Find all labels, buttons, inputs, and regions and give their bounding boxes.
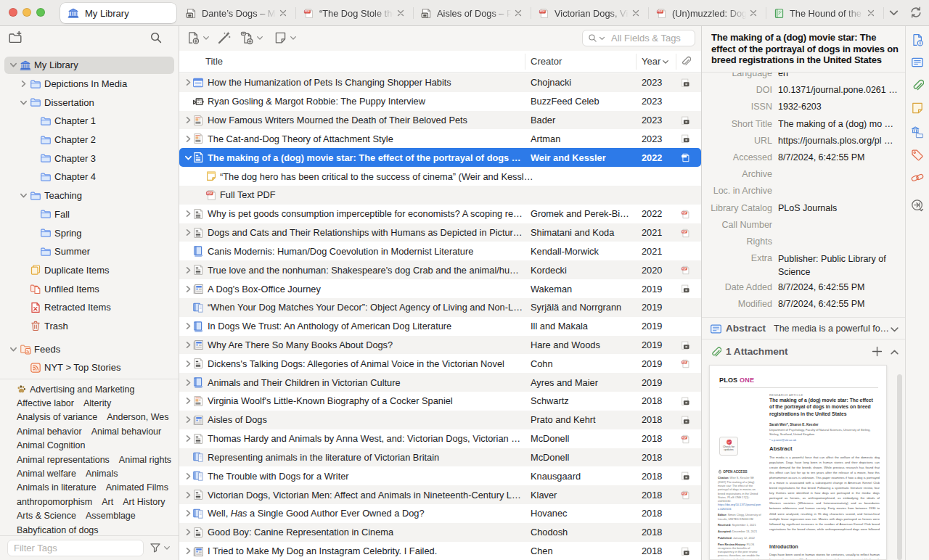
item-row[interactable]: The making of a (dog) movie star: The ef… xyxy=(179,148,701,167)
twisty-icon[interactable] xyxy=(184,491,192,499)
tag[interactable]: Animal behaviour xyxy=(91,427,162,437)
twisty-icon[interactable] xyxy=(9,345,17,353)
sidebar-item-chapter-4[interactable]: Chapter 4 xyxy=(0,168,179,186)
zoom-window-button[interactable] xyxy=(36,8,45,17)
twisty-icon[interactable] xyxy=(184,341,192,349)
abstract-section-header[interactable]: Abstract The media is a powerful force t… xyxy=(702,317,905,339)
twisty-icon[interactable] xyxy=(20,80,28,88)
twisty-icon[interactable] xyxy=(184,116,192,124)
column-divider[interactable] xyxy=(676,54,676,70)
search-box[interactable]: All Fields & Tags xyxy=(582,30,695,46)
add-by-identifier-button[interactable] xyxy=(217,31,231,45)
related-sidenav-icon[interactable] xyxy=(911,171,924,184)
attachment-preview[interactable]: PLOS ONE RESEARCH ARTICLE The making of … xyxy=(709,365,887,560)
tag[interactable]: Animal behavior xyxy=(17,427,82,437)
sidebar-item-chapter-3[interactable]: Chapter 3 xyxy=(0,149,179,168)
twisty-icon[interactable] xyxy=(184,435,192,442)
twisty-icon[interactable] xyxy=(184,547,192,555)
tag[interactable]: Animals xyxy=(86,469,118,479)
field-row-archive[interactable]: Archive xyxy=(702,166,905,183)
twisty-icon[interactable] xyxy=(184,228,192,236)
item-row[interactable]: “The dog hero has been critical to the s… xyxy=(179,167,701,186)
info-sidenav-icon[interactable] xyxy=(911,33,924,46)
sidebar-item-fall[interactable]: Fall xyxy=(0,205,179,224)
tag[interactable]: Affective labor xyxy=(17,398,74,408)
item-row[interactable]: The Cat-and-Dog Theory of Attachment Sty… xyxy=(179,129,701,148)
item-row[interactable]: Thomas Hardy and Animals by Anna West, a… xyxy=(179,429,701,448)
item-row[interactable]: How the Humanization of Pets Is Changing… xyxy=(179,73,701,92)
sidebar-item-my-library[interactable]: My Library xyxy=(0,56,179,75)
column-divider[interactable] xyxy=(636,54,637,70)
item-row[interactable]: The Trouble with Dogs for a Writer Knaus… xyxy=(179,466,701,485)
attachments-section-header[interactable]: 1 Attachment xyxy=(702,339,905,364)
tag-filter-chevron-icon[interactable] xyxy=(163,545,171,551)
sidebar-item-chapter-2[interactable]: Chapter 2 xyxy=(0,131,179,149)
field-row-library-catalog[interactable]: Library Catalog PLoS Journals xyxy=(702,200,905,217)
sidebar-item-depictions-in-media[interactable]: Depictions In Media xyxy=(0,75,179,94)
sidebar-item-trash[interactable]: Trash xyxy=(0,317,179,336)
item-row[interactable]: True love and the nonhuman: Shakespeare'… xyxy=(179,260,701,279)
tag[interactable]: Advertising and Marketing xyxy=(30,384,135,395)
tag[interactable]: Animal welfare xyxy=(17,469,76,479)
reader-tab[interactable]: Victorian Dogs, Victorian Men xyxy=(531,0,649,26)
tag[interactable]: Alterity xyxy=(83,398,111,408)
item-row[interactable]: How Famous Writers Mourned the Death of … xyxy=(179,111,701,130)
close-tab-icon[interactable] xyxy=(749,9,758,17)
field-row-issn[interactable]: ISSN 1932-6203 xyxy=(702,99,905,115)
field-row-short-title[interactable]: Short Title The making of a (dog) mo … xyxy=(702,116,905,133)
sidebar-item-spring[interactable]: Spring xyxy=(0,223,179,242)
scrollbar-thumb[interactable] xyxy=(897,374,902,560)
libraries-collections-sidenav-icon[interactable] xyxy=(911,125,924,139)
sidebar-item-nyt-top-stories[interactable]: NYT > Top Stories xyxy=(0,358,179,377)
tag[interactable]: Anderson, Wes xyxy=(107,412,168,422)
twisty-icon[interactable] xyxy=(20,99,28,107)
field-row-call-number[interactable]: Call Number xyxy=(702,217,905,234)
twisty-icon[interactable] xyxy=(184,135,192,143)
item-row[interactable]: Representing animals in the literature o… xyxy=(179,448,701,467)
tags-sidenav-icon[interactable] xyxy=(911,149,924,162)
twisty-icon[interactable] xyxy=(184,360,192,368)
tag[interactable]: Analysis of variance xyxy=(17,412,97,422)
field-row-modified[interactable]: Modified 8/7/2024, 6:42:55 PM xyxy=(702,296,905,313)
sidebar-item-retracted-items[interactable]: Retracted Items xyxy=(0,298,179,317)
sidebar-item-chapter-1[interactable]: Chapter 1 xyxy=(0,112,179,131)
tag[interactable]: Animal rights xyxy=(119,455,171,465)
twisty-icon[interactable] xyxy=(20,192,28,199)
locate-sidenav-icon[interactable] xyxy=(911,199,924,212)
field-row-extra[interactable]: Extra Publisher: Public Library of Scien… xyxy=(702,250,905,279)
tag[interactable]: Animal representations xyxy=(17,455,110,465)
twisty-icon[interactable] xyxy=(9,61,17,69)
item-row[interactable]: “When Your Dog Matches Your Decor”: Obje… xyxy=(179,298,701,317)
twisty-icon[interactable] xyxy=(184,379,192,387)
twisty-icon[interactable] xyxy=(184,416,192,424)
sidebar-item-duplicate-items[interactable]: Duplicate Items xyxy=(0,261,179,280)
tag[interactable]: Art History xyxy=(123,497,165,507)
reader-tab[interactable]: “The Dog Stole the Dish” xyxy=(296,0,414,26)
item-row[interactable]: Aisles of Dogs Prato and Kehrt 2018 xyxy=(179,411,701,429)
sidebar-item-dissertation[interactable]: Dissertation xyxy=(0,93,179,112)
item-row[interactable]: Virginia Woolf's Little-Known Biography … xyxy=(179,392,701,411)
item-row[interactable]: Dickens's Talking Dogs: Allegories of An… xyxy=(179,354,701,373)
item-row[interactable]: I Tried to Make My Dog an Instagram Cele… xyxy=(179,542,701,560)
twisty-icon[interactable] xyxy=(184,266,192,274)
notes-sidenav-icon[interactable] xyxy=(911,102,924,115)
close-tab-icon[interactable] xyxy=(867,9,875,17)
twisty-icon[interactable] xyxy=(184,285,192,293)
field-row-loc-in-archive[interactable]: Loc. in Archive xyxy=(702,183,905,199)
twisty-icon[interactable] xyxy=(184,528,192,536)
new-item-button[interactable] xyxy=(187,31,210,45)
collections-search-icon[interactable] xyxy=(150,31,163,44)
abstract-sidenav-icon[interactable] xyxy=(911,56,924,69)
sidebar-item-teaching[interactable]: Teaching xyxy=(0,186,179,205)
tag[interactable]: Arts & Science xyxy=(17,511,76,521)
tag[interactable]: Animals in literature xyxy=(17,482,97,493)
tag[interactable]: Animated Films xyxy=(106,482,168,493)
field-row-url[interactable]: URL https://journals.plos.org/pl … xyxy=(702,133,905,149)
reader-tab[interactable]: (Un)muzzled: Dogs in Film xyxy=(649,0,766,26)
item-row[interactable]: Ryan Gosling & Margot Robbie: The Puppy … xyxy=(179,92,701,111)
add-attachment-plus-icon[interactable] xyxy=(872,346,883,357)
column-divider[interactable] xyxy=(525,54,525,70)
twisty-icon[interactable] xyxy=(184,78,192,86)
tag[interactable]: Art xyxy=(102,497,113,507)
item-row[interactable]: A Dog's Box-Office Journey Wakeman 2019 xyxy=(179,279,701,298)
